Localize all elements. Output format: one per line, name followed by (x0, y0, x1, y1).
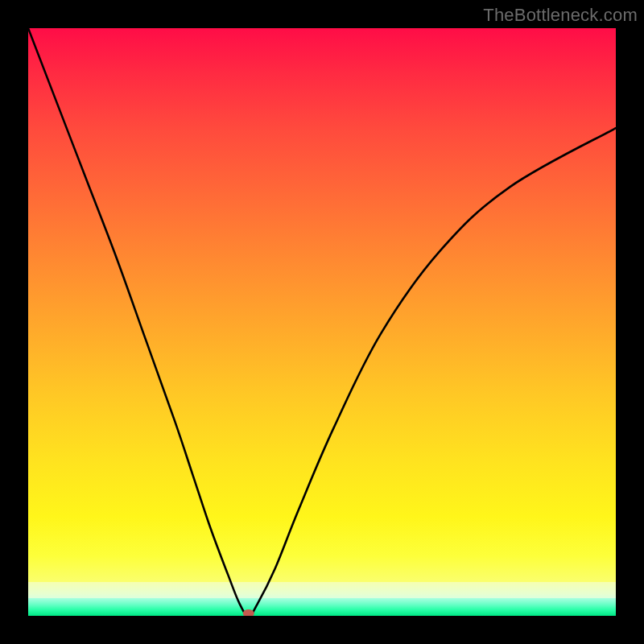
watermark-text: TheBottleneck.com (483, 5, 638, 26)
curve-svg (28, 28, 616, 616)
curve-minimum-marker (243, 609, 254, 616)
chart-stage: TheBottleneck.com (0, 0, 644, 644)
plot-area (28, 28, 616, 616)
bottleneck-curve (28, 28, 616, 616)
